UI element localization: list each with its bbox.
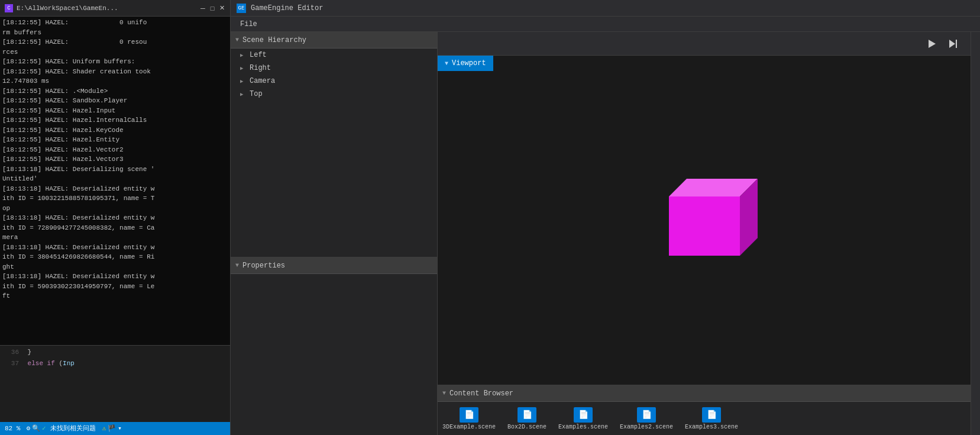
viewport-tab-label: Viewport <box>452 59 486 67</box>
content-item-label: 3DExample.scene <box>442 424 496 430</box>
console-win-icon: C <box>5 4 13 12</box>
properties-panel: ▼ Properties <box>231 257 437 435</box>
viewport-area[interactable]: ▼ Viewport <box>438 56 971 385</box>
svg-marker-1 <box>949 40 955 48</box>
content-item-label: Box2D.scene <box>507 424 546 430</box>
console-line: ith ID = 10032215885781095371, name = T <box>2 194 228 204</box>
console-line: ith ID = 3804514269826680544, name = Ri <box>2 252 228 262</box>
properties-content <box>231 274 437 435</box>
console-line: [18:12:55] HAZEL: Uniform buffers: <box>2 57 228 67</box>
console-line: op <box>2 204 228 214</box>
console-line: [18:12:55] HAZEL: 0 resou <box>2 37 228 47</box>
main-layout: [18:12:55] HAZEL: 0 uniform buffers[18:1… <box>0 17 980 435</box>
console-line: mera <box>2 233 228 243</box>
restore-button[interactable]: □ <box>209 5 216 12</box>
content-item[interactable]: 📄Examples2.scene <box>620 407 673 430</box>
tree-arrow-top: ▶ <box>240 91 247 98</box>
scene-hierarchy-header: ▼ Scene Hierarchy <box>231 32 437 49</box>
content-item-icon: 📄 <box>460 407 478 423</box>
cube-front-face <box>669 196 740 256</box>
properties-header: ▼ Properties <box>231 257 437 274</box>
console-line: ith ID = 7289094277245008382, name = Ca <box>2 223 228 233</box>
tree-item-right[interactable]: ▶ Right <box>231 62 437 75</box>
editor-panel: File ▼ Scene Hierarchy ▶ Left ▶ <box>231 17 980 435</box>
code-editor-bottom: 36 } 37 else if (Inp <box>0 345 230 422</box>
minimize-button[interactable]: ─ <box>199 5 206 12</box>
content-item[interactable]: 📄Box2D.scene <box>507 407 546 430</box>
content-item-icon: 📄 <box>518 407 536 423</box>
top-bar: C E:\AllWorkSpace1\GameEn... ─ □ ✕ GE Ga… <box>0 0 980 17</box>
content-item[interactable]: 📄Examples.scene <box>558 407 608 430</box>
step-button[interactable] <box>945 36 961 52</box>
scene-hierarchy-chevron: ▼ <box>235 37 239 43</box>
tree-arrow-camera: ▶ <box>240 78 247 85</box>
console-line: ith ID = 5903930223014950797, name = Le <box>2 282 228 292</box>
console-status-bar: 82 % ⚙ 🔍 ✓ 未找到相关问题 ⚠ 🏴 ▾ <box>0 422 230 435</box>
content-item[interactable]: 📄Examples3.scene <box>685 407 738 430</box>
content-browser: ▼ Content Browser 📄3DExample.scene📄Box2D… <box>438 385 971 435</box>
content-browser-title: Content Browser <box>449 389 513 398</box>
console-title-bar: C E:\AllWorkSpace1\GameEn... ─ □ ✕ <box>0 0 231 16</box>
tree-item-camera[interactable]: ▶ Camera <box>231 75 437 88</box>
properties-chevron: ▼ <box>235 262 239 269</box>
editor-title-bar: GE GameEngine Editor <box>231 0 980 16</box>
code-line-37: 37 else if (Inp <box>2 358 228 369</box>
code-line-36: 36 } <box>2 347 228 358</box>
console-line: 12.747803 ms <box>2 76 228 86</box>
properties-title: Properties <box>242 262 285 270</box>
viewport-pin-icon: ▼ <box>445 60 448 67</box>
editor-app-icon: GE <box>237 4 246 13</box>
close-button[interactable]: ✕ <box>218 5 225 12</box>
console-line: [18:12:55] HAZEL: Shader creation took <box>2 67 228 77</box>
console-line: [18:12:55] HAZEL: Hazel.KeyCode <box>2 125 228 136</box>
3d-cube <box>645 161 764 279</box>
tree-item-top[interactable]: ▶ Top <box>231 88 437 101</box>
cube-svg <box>645 161 764 279</box>
svg-marker-0 <box>929 40 936 48</box>
console-line: [18:12:55] HAZEL: Hazel.Input <box>2 106 228 116</box>
console-line: [18:12:55] HAZEL: .<Module> <box>2 86 228 96</box>
console-line: rm buffers <box>2 28 228 38</box>
flag-icon[interactable]: 🏴 <box>108 424 116 434</box>
editor-body: ▼ Scene Hierarchy ▶ Left ▶ Right ▶ Camer… <box>231 32 980 435</box>
content-item-label: Examples2.scene <box>620 424 673 430</box>
check-icon: ✓ <box>42 424 46 434</box>
menu-file[interactable]: File <box>235 19 262 30</box>
menu-bar: File <box>231 17 980 32</box>
play-button[interactable] <box>923 36 940 52</box>
console-line: [18:12:55] HAZEL: Hazel.Vector3 <box>2 154 228 165</box>
tree-arrow-right: ▶ <box>240 65 247 72</box>
content-item-icon: 📄 <box>702 407 721 423</box>
warning-icon: ⚠ <box>102 424 106 434</box>
console-line: [18:13:18] HAZEL: Deserialized entity w <box>2 243 228 253</box>
console-line: [18:12:55] HAZEL: 0 unifo <box>2 18 228 28</box>
console-line: ght <box>2 262 228 272</box>
content-browser-items: 📄3DExample.scene📄Box2D.scene📄Examples.sc… <box>438 402 971 435</box>
tree-label-right: Right <box>250 64 271 72</box>
console-line: [18:12:55] HAZEL: Hazel.Entity <box>2 135 228 145</box>
console-title-text: E:\AllWorkSpace1\GameEn... <box>17 5 196 12</box>
settings-icon[interactable]: ⚙ <box>26 424 30 434</box>
scene-hierarchy-content: ▶ Left ▶ Right ▶ Camera ▶ Top <box>231 49 437 257</box>
win-controls: ─ □ ✕ <box>199 5 225 12</box>
tree-label-top: Top <box>250 90 263 98</box>
console-line: [18:12:55] HAZEL: Sandbox.Player <box>2 96 228 106</box>
console-panel: [18:12:55] HAZEL: 0 uniform buffers[18:1… <box>0 17 231 435</box>
console-line: [18:13:18] HAZEL: Deserialized entity w <box>2 184 228 194</box>
console-line: ft <box>2 291 228 301</box>
search-status-icon[interactable]: 🔍 <box>32 424 40 434</box>
tree-item-left[interactable]: ▶ Left <box>231 49 437 62</box>
status-icons: ⚙ 🔍 ✓ 未找到相关问题 ⚠ 🏴 ▾ <box>26 424 122 434</box>
scene-hierarchy-title: Scene Hierarchy <box>242 36 306 44</box>
tree-label-camera: Camera <box>250 77 275 85</box>
right-edge-panel <box>971 32 980 435</box>
viewport-tab: ▼ Viewport <box>438 56 493 71</box>
console-line: [18:13:18] HAZEL: Deserializing scene ' <box>2 165 228 175</box>
left-panels: ▼ Scene Hierarchy ▶ Left ▶ Right ▶ Camer… <box>231 32 438 435</box>
chevron-status-icon[interactable]: ▾ <box>118 424 122 434</box>
console-line: [18:12:55] HAZEL: Hazel.Vector2 <box>2 145 228 155</box>
content-item-label: Examples.scene <box>558 424 608 430</box>
content-item[interactable]: 📄3DExample.scene <box>442 407 496 430</box>
svg-rect-2 <box>956 40 957 48</box>
console-line: Untitled' <box>2 174 228 184</box>
